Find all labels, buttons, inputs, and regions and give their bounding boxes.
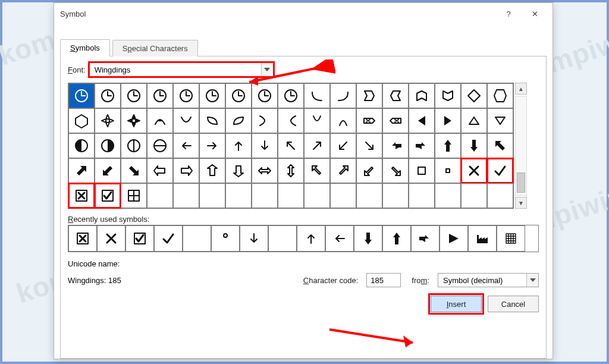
- symbol-cell[interactable]: [278, 158, 304, 183]
- symbol-cell[interactable]: [173, 183, 199, 208]
- symbol-cell[interactable]: [225, 133, 252, 158]
- close-button[interactable]: ✕: [522, 5, 548, 22]
- symbol-cell[interactable]: [199, 133, 225, 158]
- recent-symbol-cell[interactable]: [440, 225, 468, 252]
- symbol-cell[interactable]: [95, 108, 121, 133]
- symbol-cell[interactable]: [461, 133, 487, 158]
- symbol-cell[interactable]: [225, 183, 252, 208]
- symbol-cell[interactable]: [278, 133, 304, 158]
- recent-symbol-cell[interactable]: [268, 225, 297, 252]
- symbol-cell[interactable]: [330, 183, 356, 208]
- symbol-cell[interactable]: [121, 108, 147, 133]
- symbol-cell[interactable]: [278, 83, 304, 108]
- scroll-thumb[interactable]: [515, 96, 527, 196]
- tab-special-characters[interactable]: Special Characters: [112, 40, 198, 57]
- symbol-cell[interactable]: [278, 108, 304, 133]
- symbol-cell[interactable]: [252, 183, 278, 208]
- symbol-cell[interactable]: [225, 158, 252, 183]
- symbol-cell[interactable]: [68, 183, 95, 208]
- symbol-cell[interactable]: [435, 133, 461, 158]
- chevron-down-icon[interactable]: [526, 274, 538, 287]
- symbol-cell[interactable]: [356, 183, 382, 208]
- symbol-cell[interactable]: [461, 183, 487, 208]
- cancel-button[interactable]: Cancel: [488, 296, 539, 312]
- symbol-cell[interactable]: [199, 83, 225, 108]
- recent-symbol-cell[interactable]: [97, 225, 125, 252]
- symbol-cell[interactable]: [409, 158, 435, 183]
- symbol-cell[interactable]: [461, 83, 487, 108]
- recent-symbol-cell[interactable]: [382, 225, 411, 252]
- symbol-cell[interactable]: [304, 133, 330, 158]
- scroll-down-button[interactable]: ▼: [515, 197, 527, 209]
- symbol-cell[interactable]: [409, 183, 435, 208]
- help-button[interactable]: ?: [495, 5, 522, 22]
- symbol-cell[interactable]: [199, 108, 225, 133]
- symbol-cell[interactable]: [304, 83, 330, 108]
- symbol-cell[interactable]: [68, 108, 95, 133]
- symbol-cell[interactable]: [409, 83, 435, 108]
- symbol-cell[interactable]: [356, 133, 382, 158]
- symbol-cell[interactable]: [147, 108, 173, 133]
- insert-button[interactable]: Insert: [431, 296, 482, 312]
- symbol-cell[interactable]: [252, 133, 278, 158]
- symbol-cell[interactable]: [95, 183, 121, 208]
- symbol-cell[interactable]: [461, 158, 487, 183]
- symbol-cell[interactable]: [330, 108, 356, 133]
- symbol-cell[interactable]: [356, 158, 382, 183]
- symbol-cell[interactable]: [121, 83, 147, 108]
- symbol-cell[interactable]: [461, 108, 487, 133]
- symbol-cell[interactable]: [199, 183, 225, 208]
- symbol-cell[interactable]: [487, 183, 513, 208]
- symbol-cell[interactable]: [330, 83, 356, 108]
- symbol-cell[interactable]: [173, 83, 199, 108]
- symbol-cell[interactable]: [68, 133, 95, 158]
- recent-symbol-cell[interactable]: [325, 225, 354, 252]
- recent-symbol-cell[interactable]: [211, 225, 240, 252]
- symbol-cell[interactable]: [487, 108, 513, 133]
- from-select[interactable]: Symbol (decimal): [438, 273, 539, 287]
- chevron-down-icon[interactable]: [261, 63, 273, 76]
- scroll-up-button[interactable]: ▲: [515, 83, 527, 95]
- symbol-cell[interactable]: [487, 133, 513, 158]
- recent-symbol-cell[interactable]: [354, 225, 382, 252]
- symbol-cell[interactable]: [435, 183, 461, 208]
- symbol-cell[interactable]: [356, 83, 382, 108]
- symbol-cell[interactable]: [68, 83, 95, 108]
- symbol-cell[interactable]: [173, 133, 199, 158]
- symbol-cell[interactable]: [68, 158, 95, 183]
- symbol-cell[interactable]: [409, 133, 435, 158]
- recent-symbol-cell[interactable]: [183, 225, 211, 252]
- symbol-cell[interactable]: [147, 183, 173, 208]
- symbol-cell[interactable]: [382, 158, 409, 183]
- symbol-cell[interactable]: [435, 83, 461, 108]
- symbol-cell[interactable]: [121, 158, 147, 183]
- symbol-cell[interactable]: [252, 158, 278, 183]
- recent-symbol-cell[interactable]: [154, 225, 183, 252]
- symbol-cell[interactable]: [304, 108, 330, 133]
- tab-symbols[interactable]: Symbols: [60, 39, 110, 57]
- recent-symbol-cell[interactable]: [297, 225, 325, 252]
- symbol-cell[interactable]: [278, 183, 304, 208]
- symbol-cell[interactable]: [121, 133, 147, 158]
- recent-symbol-cell[interactable]: [240, 225, 268, 252]
- symbol-cell[interactable]: [147, 83, 173, 108]
- symbol-cell[interactable]: [95, 133, 121, 158]
- symbol-cell[interactable]: [356, 108, 382, 133]
- scrollbar[interactable]: ▲ ▼: [515, 83, 527, 209]
- symbol-cell[interactable]: [304, 158, 330, 183]
- symbol-cell[interactable]: [252, 108, 278, 133]
- symbol-cell[interactable]: [95, 158, 121, 183]
- symbol-cell[interactable]: [173, 108, 199, 133]
- recent-symbol-cell[interactable]: [497, 225, 525, 252]
- symbol-cell[interactable]: [382, 183, 409, 208]
- symbol-cell[interactable]: [382, 133, 409, 158]
- recent-symbol-cell[interactable]: [468, 225, 497, 252]
- symbol-cell[interactable]: [173, 158, 199, 183]
- charcode-input[interactable]: 185: [366, 273, 401, 287]
- recent-symbol-cell[interactable]: [411, 225, 440, 252]
- symbol-cell[interactable]: [95, 83, 121, 108]
- symbol-cell[interactable]: [304, 183, 330, 208]
- symbol-cell[interactable]: [435, 158, 461, 183]
- symbol-cell[interactable]: [487, 158, 513, 183]
- symbol-cell[interactable]: [330, 158, 356, 183]
